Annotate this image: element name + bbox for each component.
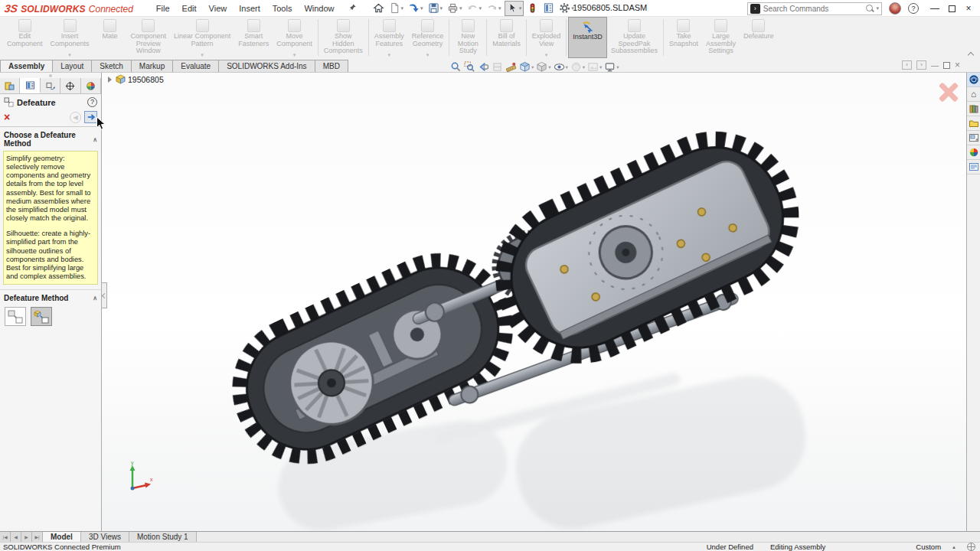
doc-restore-icon[interactable] (943, 62, 950, 69)
new-document-button[interactable]: ▾ (387, 1, 406, 16)
ribbon-separator (318, 19, 318, 56)
ribbon-move-component-button: Move Component▾ (273, 17, 316, 58)
view-orientation-button[interactable]: ▾ (519, 61, 534, 73)
menu-window[interactable]: Window (298, 2, 340, 15)
tab-solidworks-add-ins[interactable]: SOLIDWORKS Add-Ins (218, 60, 315, 72)
section-header-defeature-method[interactable]: Defeature Method ∧ (0, 289, 101, 305)
taskpane-custom-properties-button[interactable] (967, 160, 980, 174)
reference-geometry-icon (421, 19, 434, 32)
section-header-choose-method[interactable]: Choose a Defeature Method ∧ (0, 127, 101, 150)
close-button[interactable]: × (960, 2, 977, 15)
panel-grip[interactable] (0, 73, 101, 78)
taskpane-3dexperience-button[interactable] (967, 73, 980, 87)
feature-tree-breadcrumb[interactable]: 19506805 (108, 74, 164, 84)
tab-markup[interactable]: Markup (131, 60, 173, 72)
next-sheet-icon[interactable]: ▶ (21, 532, 32, 542)
taskpane-appearances-scenes-button[interactable] (967, 145, 980, 160)
zoom-to-area-button[interactable] (464, 61, 475, 73)
zoom-to-fit-button[interactable] (450, 61, 462, 73)
dropdown-caret-icon[interactable]: ▾ (459, 5, 462, 11)
dropdown-caret-icon[interactable]: ▾ (548, 64, 550, 70)
tab-propertymanager[interactable] (20, 78, 40, 93)
breadcrumb-root-label[interactable]: 19506805 (128, 75, 164, 84)
search-input[interactable] (763, 5, 864, 13)
menu-insert[interactable]: Insert (233, 2, 266, 15)
menu-file[interactable]: File (150, 2, 176, 15)
pin-menu-icon[interactable] (347, 3, 357, 13)
doc-minimize-icon[interactable]: — (931, 61, 939, 70)
display-style-button[interactable]: ▾ (536, 61, 550, 73)
configuration-caret-icon[interactable]: ▲ (952, 545, 956, 549)
units-icon[interactable] (967, 543, 975, 551)
collapse-caret-icon[interactable]: ∧ (93, 136, 97, 143)
tab-assembly[interactable]: Assembly (0, 60, 53, 72)
tab-displaymanager[interactable] (81, 78, 101, 93)
defeature-method-silhouette-button[interactable] (5, 307, 26, 326)
rebuild-button[interactable] (525, 1, 540, 16)
print-button[interactable]: ▾ (446, 1, 464, 16)
restore-button[interactable] (943, 2, 960, 15)
minimize-button[interactable]: — (926, 2, 943, 15)
dropdown-caret-icon[interactable]: ▾ (440, 5, 443, 11)
bottom-tab-3d-views[interactable]: 3D Views (81, 532, 129, 542)
file-properties-button[interactable] (541, 1, 556, 16)
dropdown-caret-icon[interactable]: ▾ (531, 64, 534, 70)
home-icon (373, 2, 384, 14)
collapse-caret-icon[interactable]: ∧ (93, 295, 97, 302)
menu-tools[interactable]: Tools (266, 2, 299, 15)
tab-configurationmanager[interactable] (41, 78, 60, 93)
taskpane-home-button[interactable]: ⌂ (967, 87, 980, 102)
hide-show-items-icon (554, 61, 565, 73)
dropdown-caret-icon: ▾ (426, 52, 430, 58)
model-viewport-canvas[interactable] (102, 73, 966, 531)
panel-splitter-handle[interactable] (102, 282, 107, 308)
dropdown-caret-icon[interactable]: ▾ (401, 5, 404, 11)
cancel-button[interactable]: × (4, 112, 10, 122)
ribbon-collapse-chevron-icon[interactable] (968, 51, 974, 57)
next-window-icon[interactable]: › (916, 60, 926, 70)
tab-evaluate[interactable]: Evaluate (172, 60, 219, 72)
user-avatar[interactable] (889, 2, 901, 15)
hide-show-items-button[interactable]: ▾ (554, 61, 568, 73)
tab-sketch[interactable]: Sketch (91, 60, 132, 72)
dropdown-caret-icon[interactable]: ▾ (420, 5, 423, 11)
configurationmanager-icon (45, 81, 55, 91)
select-button[interactable]: ▾ (505, 1, 524, 16)
previous-window-icon[interactable]: ‹ (902, 60, 912, 70)
doc-close-icon[interactable]: × (955, 60, 960, 70)
bottom-tab-model[interactable]: Model (43, 532, 81, 542)
tab-layout[interactable]: Layout (52, 60, 92, 72)
dropdown-caret-icon[interactable]: ▾ (616, 64, 619, 70)
home-button[interactable] (371, 1, 386, 16)
taskpane-view-palette-button[interactable] (967, 131, 980, 145)
bottom-tab-motion-study-1[interactable]: Motion Study 1 (129, 532, 197, 542)
save-button[interactable]: ▾ (426, 1, 445, 16)
search-icon[interactable] (866, 5, 874, 13)
previous-view-button[interactable] (478, 61, 489, 73)
taskpane-file-explorer-button[interactable] (967, 116, 980, 131)
expand-arrow-icon[interactable] (108, 77, 112, 83)
menu-edit[interactable]: Edit (176, 2, 203, 15)
confirmation-corner-cancel-icon[interactable] (939, 82, 959, 102)
open-button[interactable]: ▾ (407, 1, 425, 16)
property-manager-panel: Defeature ? × ◀ Choose a Defeature Metho… (0, 73, 102, 531)
search-commands-box[interactable]: › ▾ (747, 2, 882, 15)
defeature-method-simplify-geometry-button[interactable] (31, 307, 52, 326)
configuration-selector[interactable]: Custom (916, 543, 941, 551)
dropdown-caret-icon[interactable]: ▾ (566, 64, 568, 70)
last-sheet-icon[interactable]: ▶| (32, 532, 43, 542)
search-dropdown-caret-icon[interactable]: ▾ (876, 5, 879, 11)
tab-featuremanager-design-tree[interactable] (0, 78, 20, 93)
previous-sheet-icon[interactable]: ◀ (11, 532, 21, 542)
taskpane-design-library-button[interactable] (967, 102, 980, 116)
tab-dimxpertmanager[interactable] (60, 78, 80, 93)
menu-view[interactable]: View (203, 2, 234, 15)
help-icon[interactable]: ? (908, 3, 919, 14)
panel-help-icon[interactable]: ? (87, 97, 97, 107)
first-sheet-icon[interactable]: |◀ (0, 532, 11, 542)
dynamic-annotation-views-button[interactable] (505, 61, 517, 73)
view-settings-button[interactable]: ▾ (604, 61, 619, 73)
dropdown-caret-icon[interactable]: ▾ (519, 5, 522, 11)
ribbon-instant3d-button[interactable]: Instant3D (568, 17, 607, 58)
tab-mbd[interactable]: MBD (315, 60, 348, 72)
